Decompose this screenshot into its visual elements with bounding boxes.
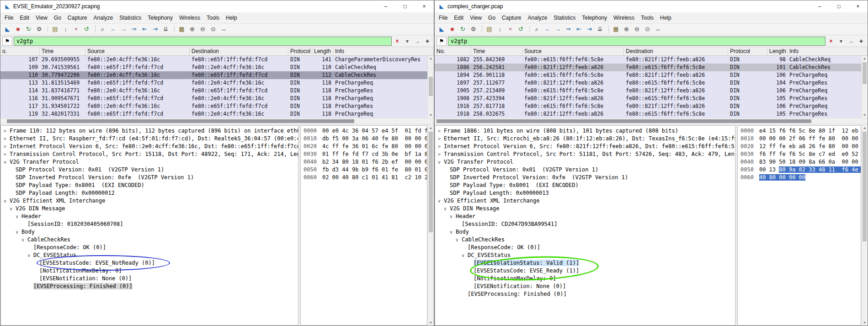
detail-tree-row[interactable]: ∨V2G Transfer Protocol — [1, 158, 298, 166]
apply-filter-icon[interactable]: → — [413, 38, 422, 44]
hex-row[interactable]: 002012 ff fe eb a8 26 fe 80 00 00 00 00 — [740, 143, 861, 150]
menu-item[interactable]: Analyze — [91, 13, 117, 22]
display-filter-input[interactable] — [448, 37, 825, 46]
hex-row[interactable]: 001000 00 00 2f 06 ff fe 80 00 00 00 00 — [740, 135, 861, 143]
toolbar-icon[interactable]: ↺ — [82, 25, 91, 34]
detail-tree-row[interactable]: ∨V2G Efficient XML Interchange — [1, 197, 298, 205]
expander-icon[interactable]: > — [4, 135, 10, 143]
toolbar-icon[interactable]: ↻ — [24, 25, 33, 34]
scrollbar-thumb[interactable] — [863, 132, 867, 241]
hex-row[interactable]: 006040 80 00 00 00 — [740, 174, 861, 182]
detail-tree-row[interactable]: ∨Header — [435, 213, 735, 220]
detail-tree-row[interactable]: [SessionID: 0102030405060708] — [1, 220, 298, 228]
detail-tree-row[interactable]: ∨Body — [435, 228, 735, 236]
toolbar-icon[interactable]: ⇤ — [140, 25, 149, 34]
detail-tree-row[interactable]: >Ethernet II, Src: Raspberr_fd:f7:cd (e4… — [1, 135, 298, 143]
toolbar-icon[interactable]: ⌕ — [98, 25, 107, 34]
toolbar-icon[interactable] — [479, 26, 482, 33]
toolbar-icon[interactable] — [93, 26, 96, 33]
toolbar-icon[interactable]: ⇥ — [585, 25, 594, 34]
packet-list-horizontal-scrollbar[interactable] — [435, 118, 868, 123]
menu-item[interactable]: Tools — [203, 13, 223, 22]
detail-tree-row[interactable]: ∨V2G DIN Message — [1, 205, 298, 213]
column-header-protocol[interactable]: Protocol — [288, 47, 312, 55]
detail-tree-row[interactable]: >Frame 1886: 101 bytes on wire (808 bits… — [435, 127, 735, 135]
column-header-source[interactable]: Source — [522, 47, 624, 55]
menu-item[interactable]: Telephony — [144, 13, 176, 22]
packet-row[interactable]: 1916 257.817718 fe80::e615:f6ff:fef6:5c8… — [435, 102, 861, 110]
expander-icon[interactable]: ∨ — [444, 205, 450, 213]
packet-row[interactable]: 116 31.909547671 fe80::e65f:1ff:fefd:f7c… — [0, 95, 427, 102]
column-header-protocol[interactable]: Protocol — [728, 47, 767, 55]
toolbar-icon[interactable] — [527, 26, 530, 33]
filter-bookmark-icon[interactable]: ⚑ — [2, 37, 12, 46]
maximize-button[interactable]: □ — [829, 0, 848, 12]
menu-item[interactable]: Go — [51, 13, 64, 22]
detail-tree-row[interactable]: ∨V2G DIN Message — [435, 205, 735, 213]
menu-item[interactable]: View — [467, 13, 485, 22]
packet-list-vertical-scrollbar[interactable]: ▲ ▼ — [861, 56, 868, 118]
hex-row[interactable]: 003001 ff fe fd f7 cd 3b 0e bf 1a 85 7c — [304, 150, 427, 158]
hex-row[interactable]: 00204c ff fe 36 01 6c fe 80 00 00 00 00 — [304, 143, 427, 150]
apply-filter-icon[interactable]: → — [847, 38, 856, 44]
detail-tree-row[interactable]: >Transmission Control Protocol, Src Port… — [1, 150, 298, 158]
menu-item[interactable]: Edit — [451, 13, 467, 22]
menu-item[interactable]: Wireless — [176, 13, 203, 22]
detail-tree-row[interactable]: [NotificationMaxDelay: 0] — [435, 275, 735, 283]
packet-row[interactable]: 1894 256.901118 fe80::e615:f6ff:fef6:5c8… — [435, 71, 861, 79]
column-header-time[interactable]: Time — [471, 47, 522, 55]
expander-icon[interactable]: ∨ — [462, 251, 468, 259]
title-bar[interactable]: ◣ EVSE_Emulator_20230927.pcapng – □ × — [0, 0, 434, 12]
detail-tree-row[interactable]: [NotificationMaxDelay: 0] — [1, 267, 298, 275]
hex-row[interactable]: 006002 00 40 80 c1 01 41 81 c2 10 20 20 — [304, 174, 427, 182]
detail-tree-row[interactable]: [EVSEProcessing: Finished (0)] — [1, 283, 298, 290]
expander-icon[interactable]: ∨ — [450, 213, 456, 220]
menu-item[interactable]: Help — [657, 13, 675, 22]
toolbar-icon[interactable]: → — [553, 25, 563, 34]
column-header-destination[interactable]: Destination — [624, 47, 728, 55]
clear-filter-icon[interactable]: × — [826, 38, 836, 44]
toolbar-icon[interactable]: ⇒ — [129, 25, 139, 34]
packet-row[interactable]: 1908 257.423394 fe80::821f:12ff:feeb:a82… — [435, 95, 861, 102]
hex-row[interactable]: 0000e4 15 f6 f6 5c 8e 80 1f 12 eb a8 26 — [740, 127, 861, 135]
scrollbar-thumb[interactable] — [437, 119, 811, 123]
menu-item[interactable]: Help — [223, 13, 240, 22]
scrollbar-thumb[interactable] — [863, 62, 867, 84]
expander-icon[interactable]: > — [438, 135, 444, 143]
menu-item[interactable]: Wireless — [610, 13, 638, 22]
menu-item[interactable]: Statistics — [550, 13, 579, 22]
detail-tree-row[interactable]: SDP Payload Type: 0x8001 (EXI ENCODED) — [435, 182, 735, 189]
detail-tree-row[interactable]: >Internet Protocol Version 6, Src: fe80:… — [1, 143, 298, 150]
detail-tree-row[interactable]: >Ethernet II, Src: Microchi_eb:a8:26 (80… — [435, 135, 735, 143]
expander-icon[interactable]: ∨ — [10, 205, 16, 213]
menu-item[interactable]: Tools — [638, 13, 657, 22]
hex-row[interactable]: 0030f6 ff fe f6 5c 8e c7 ed e0 52 12 79 — [740, 150, 861, 158]
packet-row[interactable]: 1886 256.242581 fe80::821f:12ff:feeb:a82… — [435, 64, 861, 71]
detail-tree-row[interactable]: [EVSENotification: None (0)] — [1, 275, 298, 283]
toolbar-icon[interactable]: ↓ — [61, 25, 70, 34]
detail-tree-row[interactable]: SDP Payload Length: 0x00000013 — [435, 189, 735, 197]
toolbar-icon[interactable]: ⊕ — [622, 25, 631, 34]
toolbar-icon[interactable]: ← — [108, 25, 118, 34]
column-header-no[interactable]: No. — [435, 47, 471, 55]
expander-icon[interactable]: > — [4, 143, 10, 150]
column-header-no[interactable]: o. — [0, 47, 40, 55]
toolbar-icon[interactable]: ⇤ — [574, 25, 584, 34]
toolbar-icon[interactable]: ⇊ — [595, 25, 605, 34]
scrollbar-thumb[interactable] — [429, 132, 433, 232]
column-header-length[interactable]: Length — [312, 47, 333, 55]
detail-tree-row[interactable]: >Internet Protocol Version 6, Src: fe80:… — [435, 143, 735, 150]
toolbar-icon[interactable]: ⊕ — [187, 25, 197, 34]
toolbar-icon[interactable]: ⇥ — [150, 25, 160, 34]
toolbar-icon[interactable]: ⊖ — [198, 25, 208, 34]
title-bar[interactable]: ◣ compleo_charger.pcap – □ × — [435, 0, 868, 12]
filter-bookmark-icon[interactable]: ⚑ — [437, 37, 447, 46]
packet-list-horizontal-scrollbar[interactable] — [0, 118, 434, 123]
detail-tree-row[interactable]: >Frame 110: 112 bytes on wire (896 bits)… — [1, 127, 298, 135]
packet-row[interactable]: 1905 257.213409 fe80::e615:f6ff:fef6:5c8… — [435, 87, 861, 95]
toolbar-icon[interactable]: ↔ — [219, 25, 229, 34]
packet-row[interactable]: 109 30.741539561 fe80::e65f:1ff:fefd:f7c… — [0, 64, 427, 71]
menu-item[interactable]: Capture — [64, 13, 91, 22]
hex-row[interactable]: 000000 e0 4c 36 04 57 e4 5f 01 fd f7 cd — [304, 127, 427, 135]
minimize-button[interactable]: – — [376, 0, 395, 12]
